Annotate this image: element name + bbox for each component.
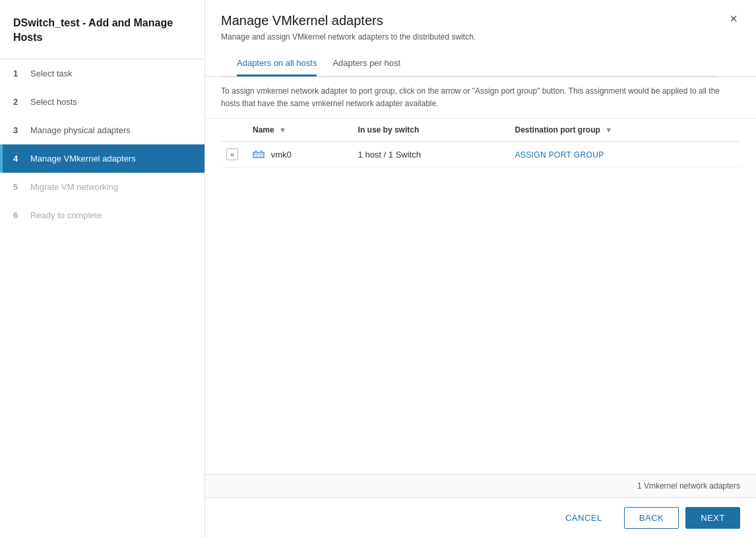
modal-header: Manage VMkernel adapters Manage and assi… — [205, 0, 756, 77]
row-name-cell: vmk0 — [247, 142, 353, 167]
svg-point-4 — [255, 155, 256, 156]
close-button[interactable]: × — [727, 12, 740, 25]
sidebar: DSwitch_test - Add and Manage Hosts 1Sel… — [0, 0, 205, 538]
svg-rect-3 — [261, 150, 262, 152]
destination-filter-icon[interactable]: ▼ — [605, 126, 612, 134]
modal-title: Manage VMkernel adapters — [221, 13, 716, 28]
svg-point-6 — [261, 155, 263, 156]
step-label-3: Manage physical adapters — [30, 125, 131, 135]
cancel-button[interactable]: CANCEL — [550, 507, 617, 529]
adapter-name: vmk0 — [271, 150, 292, 160]
back-button[interactable]: BACK — [624, 507, 679, 529]
tabs: Adapters on all hostsAdapters per host — [221, 51, 716, 76]
col-in-use-label: In use by switch — [358, 125, 420, 134]
modal-subtitle: Manage and assign VMkernel network adapt… — [221, 32, 716, 42]
step-number-6: 6 — [13, 210, 24, 220]
row-expand-cell: » — [221, 142, 247, 167]
step-label-6: Ready to complete — [30, 210, 102, 220]
table-row: » — [221, 142, 740, 167]
sidebar-step-1[interactable]: 1Select task — [0, 59, 205, 88]
sidebar-step-2[interactable]: 2Select hosts — [0, 88, 205, 116]
col-in-use: In use by switch — [353, 119, 510, 142]
col-name-label: Name — [253, 125, 274, 134]
content-area: To assign vmkernel network adapter to po… — [205, 77, 756, 497]
step-label-5: Migrate VM networking — [30, 182, 118, 192]
main-content: Manage VMkernel adapters Manage and assi… — [205, 0, 756, 538]
assign-port-group-link[interactable]: ASSIGN PORT GROUP — [515, 150, 604, 160]
svg-rect-2 — [255, 150, 257, 152]
col-name: Name ▼ — [247, 119, 353, 142]
table-body: » — [221, 142, 740, 167]
next-button[interactable]: NEXT — [685, 507, 740, 529]
svg-point-5 — [258, 155, 259, 156]
step-label-2: Select hosts — [30, 97, 77, 107]
step-label-4: Manage VMkernel adapters — [30, 154, 136, 164]
step-number-2: 2 — [13, 97, 24, 107]
step-number-1: 1 — [13, 69, 24, 78]
sidebar-title: DSwitch_test - Add and Manage Hosts — [0, 0, 205, 59]
col-expand — [221, 119, 247, 142]
status-bar: 1 Vmkernel network adapters — [205, 474, 756, 497]
col-destination: Destination port group ▼ — [510, 119, 740, 142]
info-text: To assign vmkernel network adapter to po… — [205, 77, 756, 119]
step-number-3: 3 — [13, 125, 24, 135]
col-destination-label: Destination port group — [515, 125, 600, 134]
step-label-1: Select task — [30, 69, 73, 78]
row-in-use-cell: 1 host / 1 Switch — [353, 142, 510, 167]
sidebar-step-5: 5Migrate VM networking — [0, 173, 205, 201]
adapter-icon — [253, 150, 265, 160]
sidebar-step-6: 6Ready to complete — [0, 201, 205, 229]
data-table: Name ▼ In use by switch Destination port… — [221, 119, 740, 167]
modal-title-area: Manage VMkernel adapters Manage and assi… — [221, 13, 716, 76]
sidebar-steps: 1Select task2Select hosts3Manage physica… — [0, 59, 205, 538]
table-wrapper: Name ▼ In use by switch Destination port… — [205, 119, 756, 474]
row-destination-cell: ASSIGN PORT GROUP — [510, 142, 740, 167]
name-filter-icon[interactable]: ▼ — [279, 126, 286, 134]
tab-all-hosts[interactable]: Adapters on all hosts — [237, 51, 317, 76]
tab-per-host[interactable]: Adapters per host — [332, 51, 400, 76]
footer-buttons: CANCEL BACK NEXT — [205, 497, 756, 538]
expand-button[interactable]: » — [226, 148, 238, 160]
table-header: Name ▼ In use by switch Destination port… — [221, 119, 740, 142]
step-number-5: 5 — [13, 182, 24, 192]
sidebar-step-4[interactable]: 4Manage VMkernel adapters — [0, 144, 205, 173]
step-number-4: 4 — [13, 154, 24, 164]
sidebar-step-3[interactable]: 3Manage physical adapters — [0, 116, 205, 144]
